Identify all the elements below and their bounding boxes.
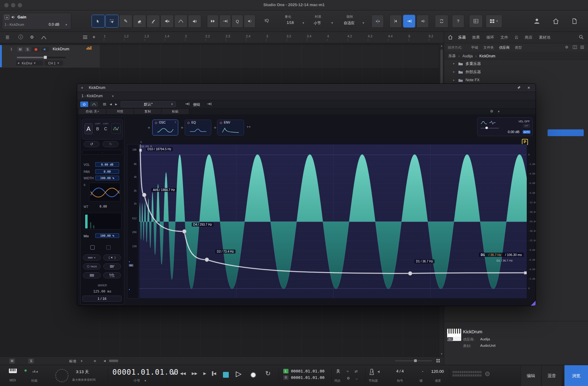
sort-option-2[interactable]: 文件夹 (483, 45, 494, 50)
time-format-dropdown[interactable]: 小节 (134, 379, 140, 383)
auto-badge[interactable]: AUTO (523, 130, 530, 134)
track-record-button[interactable] (32, 47, 40, 52)
harmonics-display[interactable] (83, 213, 122, 230)
sync-value[interactable]: 关 (336, 369, 340, 374)
eq-module-card[interactable]: EQ (185, 120, 211, 136)
envelope-point[interactable] (524, 271, 527, 274)
track-solo-button[interactable]: S (24, 47, 31, 52)
plugin-power-button[interactable] (80, 101, 88, 107)
previous-preset-button[interactable]: ◀ (110, 103, 112, 106)
track-lane[interactable] (100, 45, 439, 67)
compare-button[interactable]: 对照 (107, 109, 134, 114)
next-bar-button[interactable]: ▶ (203, 371, 206, 376)
record-button[interactable] (251, 372, 256, 378)
sync-gear-icon[interactable]: ⚙ (347, 376, 350, 380)
browser-tab-2[interactable]: 效果 (472, 35, 480, 40)
plugin-wave-toggle[interactable] (90, 101, 98, 107)
vel-off-badge[interactable]: OFF (523, 124, 530, 128)
add-module-button[interactable]: + (148, 125, 150, 130)
vel-slider-thumb[interactable] (485, 127, 488, 129)
track-transform-button[interactable] (435, 15, 448, 28)
marker-nav-button[interactable] (417, 15, 429, 28)
loop-start-time[interactable]: 00001.01.01.00 (291, 369, 325, 373)
frequency-scale[interactable]: ▲ D1 ▼ 16k8k4k2k1k512256128 (127, 144, 138, 299)
chevron-down-icon[interactable]: ▼ (497, 110, 500, 113)
loop-start-badge[interactable]: L (283, 369, 288, 373)
plugin-titlebar[interactable]: + KickDrum × (77, 84, 536, 92)
listen-tool-button[interactable] (188, 15, 201, 28)
gear-icon[interactable]: ⚙ (490, 109, 493, 113)
info-icon[interactable]: i (18, 35, 23, 39)
track-header[interactable]: 1 M S KickDrum KicDrui ▼ CH (0, 45, 100, 67)
breadcrumb-item[interactable]: Audija (462, 54, 473, 58)
width-value[interactable]: 100.00 % (95, 176, 119, 180)
key-value[interactable]: - (422, 369, 423, 373)
automation-mode-dropdown[interactable]: 自动: 关 ▼ (79, 109, 106, 114)
mix-value[interactable]: 100.00 % (95, 233, 119, 238)
browser-tab-3[interactable]: 循环 (486, 35, 494, 40)
next-preset-button[interactable]: ▶ (115, 103, 117, 106)
plugin-track-dropdown[interactable]: 1 - KickDrum (81, 94, 103, 98)
track-list-icon[interactable] (83, 35, 88, 39)
waveform-display[interactable]: 00:00.0 D10 / 18794.5 HzA#6 / 1864.7 HzD… (139, 144, 527, 299)
track-output-dropdown[interactable]: KicDrui ▼ (16, 60, 43, 66)
edit-view-button[interactable]: 编辑 (521, 365, 541, 386)
metronome-icon[interactable] (369, 369, 374, 375)
track-monitor-button[interactable] (41, 47, 49, 52)
add-track-button[interactable]: + (92, 34, 95, 40)
chevron-down-icon[interactable]: ▼ (362, 21, 365, 25)
time-signature-value[interactable]: 4 / 4 (396, 369, 404, 373)
pan-value[interactable]: 0.00 (95, 169, 119, 174)
add-plugin-button[interactable]: + (81, 85, 83, 90)
tempo-value[interactable]: 120.00 (431, 369, 444, 374)
help-button[interactable]: ? (452, 15, 464, 28)
paste-settings-icon[interactable] (106, 245, 111, 250)
range-tool-button[interactable] (105, 15, 119, 28)
sort-option-4[interactable]: 类型 (515, 45, 522, 50)
browser-tab-7[interactable]: 素材池 (539, 35, 551, 40)
expand-chevron-icon[interactable]: ▸ (453, 62, 455, 65)
track-channel-dropdown[interactable]: CH 1 ▼ (45, 60, 63, 66)
morph-wave-button[interactable] (111, 123, 121, 134)
snap-dropdown[interactable]: 自适应 (344, 21, 355, 26)
auto-scroll-button[interactable] (219, 15, 231, 28)
velocity-panel[interactable]: VEL OFF OFF 0.00 dB AUTO (477, 117, 533, 136)
fast-forward-button[interactable]: ▶▶ (192, 371, 197, 376)
sync-swap-icon[interactable]: ⇄ (355, 369, 358, 373)
selected-insert-box[interactable]: A Gain 1 - KickDrum 0.0 dB ▼ (2, 13, 71, 29)
monitor-knob[interactable] (485, 372, 490, 376)
stop-button[interactable] (223, 372, 229, 378)
previous-bar-button[interactable]: ◀ (172, 371, 174, 376)
stretch-ms-value[interactable]: 125.00 ms (81, 289, 124, 293)
browser-tab-5[interactable]: 云 (514, 35, 518, 40)
home-icon[interactable] (552, 18, 559, 25)
sidechain-in-icon[interactable] (185, 102, 190, 106)
quantize-dropdown[interactable]: 1/16 (287, 21, 294, 25)
zoom-thumb[interactable] (414, 359, 417, 362)
plugin-window[interactable]: + KickDrum × 1 - KickDrum ▼ ▤ ◀ ▶ 默认* ▼ (77, 83, 536, 306)
zoom-slider[interactable] (395, 361, 432, 361)
close-icon[interactable]: × (527, 85, 530, 90)
wt-value[interactable]: 0.00 (100, 205, 107, 208)
arrow-tool-button[interactable] (92, 15, 105, 28)
sidechain-label[interactable]: 侧链 (193, 102, 200, 107)
horizontal-scroll-thumb[interactable] (109, 360, 118, 362)
copy-button[interactable]: 复制 (134, 109, 161, 114)
sort-option-3[interactable]: 供应商 (499, 45, 510, 50)
sidechain-out-icon[interactable] (207, 102, 212, 106)
zoom-presets-icon[interactable] (436, 359, 440, 363)
power-icon[interactable] (155, 121, 157, 124)
range-up-icon[interactable]: ▲ (128, 260, 130, 262)
envelope-point[interactable] (142, 193, 146, 197)
audition-button[interactable]: ( ) (103, 254, 121, 261)
envelope-point[interactable] (205, 258, 209, 262)
paste-button[interactable]: 粘贴 (162, 109, 189, 114)
power-icon[interactable] (220, 121, 222, 124)
add-module-button[interactable]: + (181, 125, 183, 130)
vel-slider[interactable] (481, 128, 499, 128)
mute-tool-button[interactable] (160, 15, 174, 28)
expand-chevron-icon[interactable]: ▸ (453, 70, 455, 73)
selected-browser-item[interactable] (548, 129, 584, 136)
range-down-icon[interactable]: ▼ (128, 289, 130, 291)
split-tool-button[interactable] (147, 15, 160, 28)
